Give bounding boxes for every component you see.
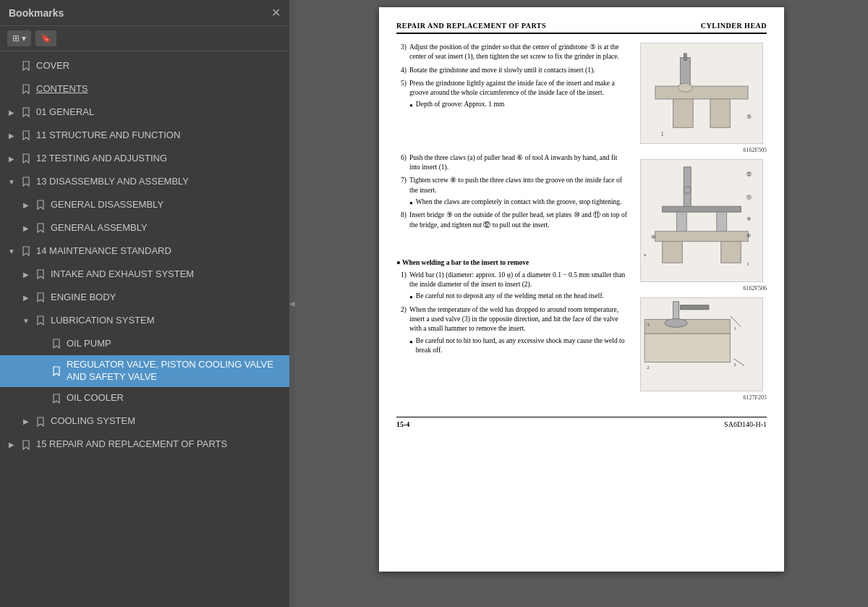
expand-icon-cooling-system[interactable]: ▶: [20, 417, 32, 425]
sidebar-toolbar: ⊞ ▾ 🔖: [0, 26, 289, 51]
diagram-2: ⑩ ⑫ ⑪ ⑨ ⑥ a 1: [640, 159, 763, 282]
weld-step-2: 2) When the temperature of the weld has …: [396, 305, 628, 355]
bookmark-icon-engine-body: [35, 292, 46, 302]
sidebar-item-11-structure[interactable]: ▶ 11 STRUCTURE AND FUNCTION: [0, 124, 289, 147]
svg-rect-29: [644, 334, 730, 362]
section-1: 3) Adjust the position of the grinder so…: [396, 43, 628, 110]
sidebar-item-cover[interactable]: COVER: [0, 54, 289, 77]
bookmark-icon-lubrication: [35, 315, 46, 326]
sidebar-item-lubrication[interactable]: ▼ LUBRICATION SYSTEM: [0, 309, 289, 332]
sidebar-item-13-disassembly[interactable]: ▼ 13 DISASSEMBLY AND ASSEMBLY: [0, 170, 289, 193]
svg-rect-1: [655, 86, 748, 99]
sidebar-item-15-repair[interactable]: ▶ 15 REPAIR AND REPLACEMENT OF PARTS: [0, 433, 289, 457]
sidebar-label-oil-pump: OIL PUMP: [67, 338, 284, 350]
step-8: 8) Insert bridge ⑨ on the outside of the…: [396, 211, 628, 230]
expand-icon-regulator-valve: [36, 367, 48, 375]
sidebar-item-01-general[interactable]: ▶ 01 GENERAL: [0, 101, 289, 124]
document-id: SA6D140-H-1: [724, 420, 767, 428]
svg-rect-5: [710, 99, 731, 127]
close-button[interactable]: ✕: [271, 6, 281, 20]
svg-text:⑤: ⑤: [746, 114, 752, 120]
svg-rect-15: [717, 212, 727, 234]
grid-icon: ⊞: [12, 33, 20, 43]
bookmark-icon-regulator-valve: [51, 366, 62, 376]
expand-icon-contents: [6, 85, 17, 93]
svg-text:a: a: [644, 252, 646, 257]
expand-icon-12-testing[interactable]: ▶: [6, 155, 17, 163]
grid-view-button[interactable]: ⊞ ▾: [7, 30, 31, 46]
sidebar-item-engine-body[interactable]: ▶ ENGINE BODY: [0, 286, 289, 309]
sidebar-label-12-testing: 12 TESTING AND ADJUSTING: [36, 153, 284, 165]
diagram-2-label: 6162F506: [637, 285, 767, 292]
header-right-text: CYLINDER HEAD: [701, 22, 767, 30]
bookmark-icon-general-assembly: [35, 223, 46, 233]
expand-icon-general-disassembly[interactable]: ▶: [20, 201, 32, 209]
section-2: 6) Push the three claws (a) of puller he…: [396, 153, 628, 230]
svg-rect-28: [644, 320, 730, 334]
svg-text:1: 1: [661, 131, 664, 137]
bookmark-icon-01-general: [20, 107, 32, 117]
sidebar-label-13-disassembly: 13 DISASSEMBLY AND ASSEMBLY: [36, 176, 284, 188]
expand-icon-oil-cooler: [36, 394, 48, 402]
resize-handle[interactable]: [289, 0, 295, 607]
sidebar-label-14-maintenance: 14 MAINTENANCE STANDARD: [36, 245, 284, 258]
sidebar-item-general-assembly[interactable]: ▶ GENERAL ASSEMBLY: [0, 216, 289, 239]
expand-icon-01-general[interactable]: ▶: [6, 109, 17, 116]
sidebar-item-oil-pump[interactable]: OIL PUMP: [0, 332, 289, 355]
text-column: 3) Adjust the position of the grinder so…: [396, 43, 628, 407]
sidebar-label-engine-body: ENGINE BODY: [51, 292, 284, 304]
bookmark-icon: 🔖: [41, 33, 51, 43]
svg-rect-16: [655, 232, 748, 242]
page-number: 15-4: [396, 420, 409, 428]
diagrams-column: 1 ⑤ 6162F505: [637, 43, 767, 407]
sidebar-item-cooling-system[interactable]: ▶ COOLING SYSTEM: [0, 410, 289, 433]
step-4: 4) Rotate the grindstone and move it slo…: [396, 66, 628, 75]
sidebar-label-regulator-valve: REGULATOR VALVE, PISTON COOLING VALVE AN…: [67, 359, 284, 383]
bookmark-icon-15-repair: [20, 440, 32, 450]
diagram-1-label: 6162F505: [637, 147, 767, 153]
sidebar-label-15-repair: 15 REPAIR AND REPLACEMENT OF PARTS: [36, 438, 284, 451]
expand-icon-engine-body[interactable]: ▶: [20, 294, 32, 302]
expand-icon-intake-exhaust[interactable]: ▶: [20, 271, 32, 279]
sidebar-item-regulator-valve[interactable]: REGULATOR VALVE, PISTON COOLING VALVE AN…: [0, 355, 289, 387]
svg-rect-14: [676, 212, 686, 234]
sidebar-tree: COVER CONTENTS▶ 01 GENERAL▶ 11 STRUCTURE…: [0, 51, 289, 607]
sidebar-title: Bookmarks: [9, 7, 64, 19]
step-3: 3) Adjust the position of the grinder so…: [396, 43, 628, 62]
sidebar-label-01-general: 01 GENERAL: [36, 106, 284, 119]
expand-icon-lubrication[interactable]: ▼: [20, 317, 32, 325]
sidebar-item-intake-exhaust[interactable]: ▶ INTAKE AND EXHAUST SYSTEM: [0, 263, 289, 286]
bookmark-icon-contents: [20, 84, 32, 94]
expand-icon-11-structure[interactable]: ▶: [6, 132, 17, 140]
expand-icon-general-assembly[interactable]: ▶: [20, 224, 32, 232]
sidebar-item-12-testing[interactable]: ▶ 12 TESTING AND ADJUSTING: [0, 147, 289, 170]
step-7: 7) Tighten screw ⑧ to push the three cla…: [396, 176, 628, 207]
sidebar: Bookmarks ✕ ⊞ ▾ 🔖 COVER CONTENTS▶ 01 GEN…: [0, 0, 289, 607]
svg-rect-17: [663, 242, 683, 263]
welding-heading: ● When welding a bar to the insert to re…: [396, 259, 628, 266]
svg-text:1: 1: [746, 261, 749, 266]
diagram-3: 2 1 3 2: [640, 297, 763, 391]
svg-text:2: 2: [647, 365, 650, 370]
bookmark-button[interactable]: 🔖: [35, 30, 56, 46]
dropdown-arrow-icon: ▾: [22, 33, 26, 43]
expand-icon-13-disassembly[interactable]: ▼: [6, 178, 17, 186]
sidebar-label-lubrication: LUBRICATION SYSTEM: [51, 315, 284, 327]
svg-text:⑩: ⑩: [651, 234, 655, 239]
expand-icon-15-repair[interactable]: ▶: [6, 441, 17, 449]
sidebar-item-oil-cooler[interactable]: OIL COOLER: [0, 387, 289, 410]
bookmark-icon-13-disassembly: [20, 177, 32, 187]
sidebar-item-14-maintenance[interactable]: ▼ 14 MAINTENANCE STANDARD: [0, 239, 289, 263]
document-area: REPAIR AND REPLACEMENT OF PARTS CYLINDER…: [295, 0, 868, 607]
svg-text:3: 3: [647, 322, 650, 327]
bullet-depth: Depth of groove: Approx. 1 mm: [409, 100, 628, 109]
sidebar-item-contents[interactable]: CONTENTS: [0, 77, 289, 101]
bookmark-icon-11-structure: [20, 130, 32, 140]
svg-text:2: 2: [733, 362, 736, 367]
expand-icon-14-maintenance[interactable]: ▼: [6, 247, 17, 255]
svg-text:⑥: ⑥: [746, 233, 751, 238]
sidebar-label-general-disassembly: GENERAL DISASSEMBLY: [51, 199, 284, 211]
svg-point-31: [665, 319, 688, 328]
svg-rect-32: [680, 305, 708, 310]
sidebar-item-general-disassembly[interactable]: ▶ GENERAL DISASSEMBLY: [0, 193, 289, 216]
